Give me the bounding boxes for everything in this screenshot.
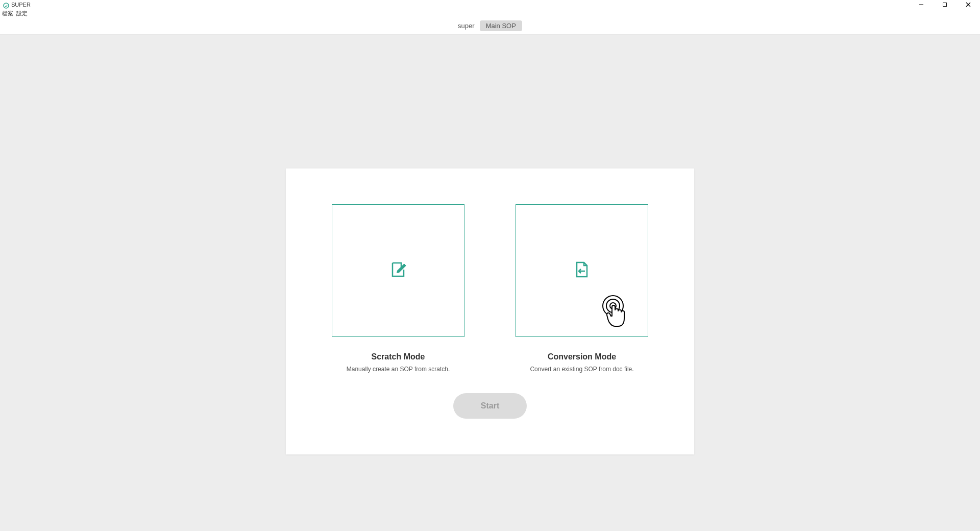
tab-group: super Main SOP [458, 20, 522, 31]
scratch-mode-option: Scratch Mode Manually create an SOP from… [332, 204, 464, 373]
scratch-mode-desc: Manually create an SOP from scratch. [347, 366, 450, 373]
pointer-click-icon [597, 292, 638, 332]
start-button[interactable]: Start [453, 393, 527, 419]
menu-settings[interactable]: 設定 [16, 10, 28, 17]
menu-file[interactable]: 檔案 [2, 10, 13, 17]
svg-point-6 [606, 299, 620, 312]
window-controls [910, 0, 980, 9]
app-title: SUPER [11, 2, 31, 8]
svg-rect-2 [943, 3, 947, 7]
titlebar: SUPER [0, 0, 980, 9]
maximize-button[interactable] [933, 0, 957, 9]
tab-super[interactable]: super [458, 22, 475, 30]
tabbar: super Main SOP [0, 17, 980, 35]
svg-point-0 [4, 3, 9, 8]
conversion-mode-desc: Convert an existing SOP from doc file. [530, 366, 633, 373]
scratch-mode-box[interactable] [332, 204, 464, 337]
content-area: Scratch Mode Manually create an SOP from… [0, 35, 980, 531]
conversion-mode-title: Conversion Mode [548, 352, 616, 361]
scratch-mode-title: Scratch Mode [372, 352, 425, 361]
menubar: 檔案 設定 [0, 9, 980, 17]
import-document-icon [573, 260, 591, 281]
minimize-button[interactable] [910, 0, 933, 9]
conversion-mode-box[interactable] [516, 204, 648, 337]
svg-point-5 [603, 296, 623, 316]
edit-document-icon [389, 260, 407, 281]
tab-main-sop[interactable]: Main SOP [480, 20, 522, 31]
mode-selection-card: Scratch Mode Manually create an SOP from… [286, 168, 694, 454]
app-logo-icon [3, 2, 9, 8]
svg-point-7 [610, 303, 616, 309]
mode-options: Scratch Mode Manually create an SOP from… [286, 168, 694, 373]
conversion-mode-option: Conversion Mode Convert an existing SOP … [516, 204, 648, 373]
close-button[interactable] [957, 0, 980, 9]
